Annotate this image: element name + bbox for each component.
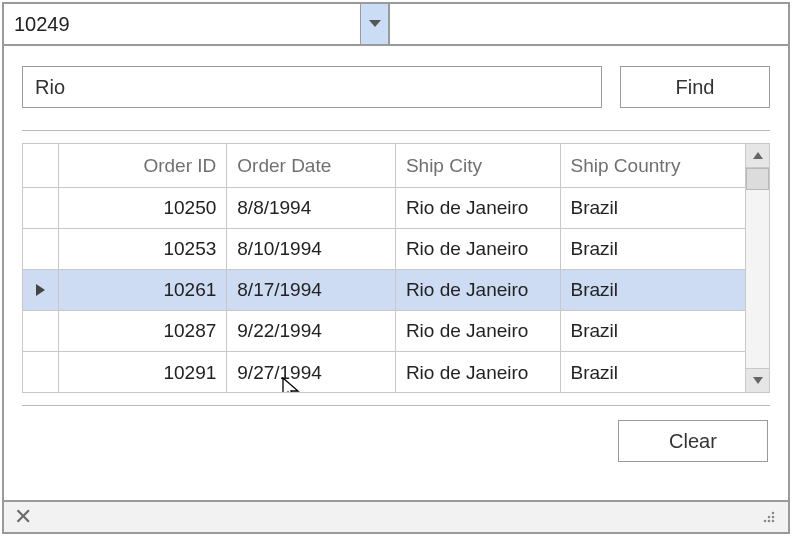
- table-row[interactable]: 102538/10/1994Rio de JaneiroBrazil: [23, 229, 745, 270]
- resize-grip-icon[interactable]: [760, 508, 778, 526]
- footer-row: Clear: [22, 420, 770, 462]
- search-row: Find: [22, 66, 770, 108]
- col-header-ship-country[interactable]: Ship Country: [561, 144, 745, 187]
- row-indicator: [23, 229, 59, 269]
- combo-spacer: [390, 4, 788, 44]
- svg-point-9: [768, 520, 771, 523]
- cell-ship-city[interactable]: Rio de Janeiro: [396, 229, 561, 269]
- clear-button[interactable]: Clear: [618, 420, 768, 462]
- svg-marker-1: [36, 284, 45, 296]
- cell-order-id[interactable]: 10250: [59, 188, 228, 228]
- combo-editor: [4, 4, 788, 46]
- separator: [22, 405, 770, 406]
- cell-order-id[interactable]: 10253: [59, 229, 228, 269]
- combo-input[interactable]: [4, 4, 360, 44]
- cell-order-date[interactable]: 8/8/1994: [227, 188, 396, 228]
- scroll-thumb[interactable]: [746, 168, 769, 190]
- close-icon[interactable]: ✕: [14, 506, 32, 528]
- row-indicator: [23, 270, 59, 310]
- cell-ship-country[interactable]: Brazil: [561, 229, 745, 269]
- cell-ship-city[interactable]: Rio de Janeiro: [396, 352, 561, 393]
- status-bar: ✕: [4, 500, 788, 532]
- table-row[interactable]: 102879/22/1994Rio de JaneiroBrazil: [23, 311, 745, 352]
- cell-ship-city[interactable]: Rio de Janeiro: [396, 270, 561, 310]
- triangle-down-icon: [753, 377, 763, 384]
- col-header-ship-city[interactable]: Ship City: [396, 144, 561, 187]
- grid-header: Order ID Order Date Ship City Ship Count…: [23, 144, 745, 188]
- search-input[interactable]: [22, 66, 602, 108]
- row-indicator: [23, 352, 59, 393]
- svg-point-10: [772, 520, 775, 523]
- indicator-column-header[interactable]: [23, 144, 59, 187]
- cell-ship-country[interactable]: Brazil: [561, 270, 745, 310]
- chevron-down-icon: [369, 20, 381, 28]
- col-header-order-id[interactable]: Order ID: [59, 144, 228, 187]
- cell-order-date[interactable]: 9/22/1994: [227, 311, 396, 351]
- svg-point-6: [768, 516, 771, 519]
- table-row[interactable]: 102508/8/1994Rio de JaneiroBrazil: [23, 188, 745, 229]
- dropdown-panel: Find Order ID Order Date Ship City Ship …: [4, 46, 788, 500]
- table-row[interactable]: 102618/17/1994Rio de JaneiroBrazil: [23, 270, 745, 311]
- table-row[interactable]: 102919/27/1994Rio de JaneiroBrazil: [23, 352, 745, 393]
- vertical-scrollbar[interactable]: [746, 143, 770, 393]
- current-row-icon: [36, 284, 45, 296]
- grid-body: 102508/8/1994Rio de JaneiroBrazil102538/…: [23, 188, 745, 393]
- svg-marker-4: [753, 377, 763, 384]
- cell-order-date[interactable]: 8/10/1994: [227, 229, 396, 269]
- find-button[interactable]: Find: [620, 66, 770, 108]
- separator: [22, 130, 770, 131]
- scroll-up-button[interactable]: [746, 144, 769, 168]
- scroll-track[interactable]: [746, 168, 769, 368]
- row-indicator: [23, 311, 59, 351]
- cell-ship-city[interactable]: Rio de Janeiro: [396, 311, 561, 351]
- window: Find Order ID Order Date Ship City Ship …: [2, 2, 790, 534]
- combo-dropdown-button[interactable]: [360, 4, 390, 44]
- cell-order-date[interactable]: 8/17/1994: [227, 270, 396, 310]
- svg-marker-0: [369, 20, 381, 27]
- svg-point-8: [764, 520, 767, 523]
- scroll-down-button[interactable]: [746, 368, 769, 392]
- cell-order-id[interactable]: 10261: [59, 270, 228, 310]
- grid-container: Order ID Order Date Ship City Ship Count…: [22, 143, 770, 393]
- cell-ship-country[interactable]: Brazil: [561, 311, 745, 351]
- cell-order-id[interactable]: 10287: [59, 311, 228, 351]
- svg-point-5: [772, 512, 775, 515]
- row-indicator: [23, 188, 59, 228]
- cell-order-id[interactable]: 10291: [59, 352, 228, 393]
- svg-point-7: [772, 516, 775, 519]
- col-header-order-date[interactable]: Order Date: [227, 144, 396, 187]
- triangle-up-icon: [753, 152, 763, 159]
- cell-ship-city[interactable]: Rio de Janeiro: [396, 188, 561, 228]
- cell-order-date[interactable]: 9/27/1994: [227, 352, 396, 393]
- results-grid[interactable]: Order ID Order Date Ship City Ship Count…: [22, 143, 746, 393]
- cell-ship-country[interactable]: Brazil: [561, 188, 745, 228]
- cell-ship-country[interactable]: Brazil: [561, 352, 745, 393]
- svg-marker-3: [753, 152, 763, 159]
